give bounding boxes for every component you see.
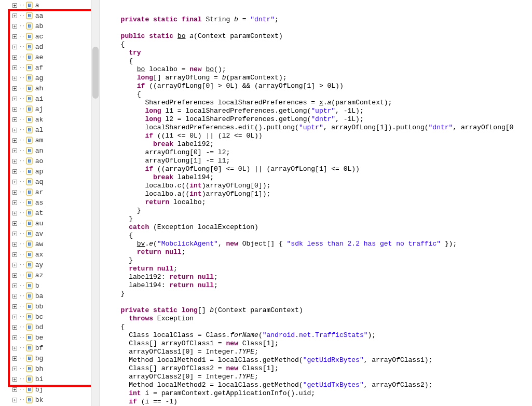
tree-item-am[interactable]: +··Jam (0, 135, 93, 145)
svg-text:J: J (29, 13, 31, 17)
svg-text:J: J (29, 76, 31, 79)
tree-connector: ·· (19, 335, 25, 340)
expander-icon[interactable]: + (12, 252, 17, 257)
expander-icon[interactable]: + (12, 398, 17, 402)
tree-item-label: al (35, 126, 44, 134)
expander-icon[interactable]: + (12, 221, 17, 226)
svg-text:J: J (29, 398, 31, 401)
tree-item-bi[interactable]: +··Jbi (0, 374, 93, 384)
expander-icon[interactable]: + (12, 304, 17, 309)
tree-item-bf[interactable]: +··Jbf (0, 343, 93, 353)
tree-item-al[interactable]: +··Jal (0, 125, 93, 135)
tree-item-az[interactable]: +··Jaz (0, 270, 93, 280)
tree-connector: ·· (19, 314, 25, 319)
package-explorer[interactable]: +··Ja+··Jaa+··Jab+··Jac+··Jad+··Jae+··Ja… (0, 0, 94, 406)
expander-icon[interactable]: + (12, 190, 17, 195)
java-file-icon: J (26, 396, 33, 403)
expander-icon[interactable]: + (12, 356, 17, 361)
tree-item-ak[interactable]: +··Jak (0, 114, 93, 125)
tree-item-ao[interactable]: +··Jao (0, 156, 93, 166)
expander-icon[interactable]: + (12, 273, 17, 278)
expander-icon[interactable]: + (12, 367, 17, 371)
expander-icon[interactable]: + (12, 377, 17, 382)
tree-item-b[interactable]: +··Jb (0, 280, 93, 291)
tree-item-ag[interactable]: +··Jag (0, 73, 93, 83)
tree-item-be[interactable]: +··Jbe (0, 332, 93, 343)
expander-icon[interactable]: + (12, 97, 17, 101)
tree-item-label: am (35, 137, 44, 144)
tree-scrollbar-thumb[interactable] (92, 47, 99, 99)
expander-icon[interactable]: + (12, 159, 17, 164)
tree-item-aj[interactable]: +··Jaj (0, 104, 93, 114)
expander-icon[interactable]: + (12, 148, 17, 153)
tree-item-aa[interactable]: +··Jaa (0, 10, 93, 21)
tree-connector: ·· (19, 356, 25, 361)
expander-icon[interactable]: + (12, 294, 17, 299)
tree-item-af[interactable]: +··Jaf (0, 62, 93, 73)
tree-item-bg[interactable]: +··Jbg (0, 353, 93, 363)
tree-item-bk[interactable]: +··Jbk (0, 395, 93, 405)
tree-item-bb[interactable]: +··Jbb (0, 301, 93, 312)
splitter[interactable] (94, 0, 100, 406)
tree-item-ai[interactable]: +··Jai (0, 93, 93, 104)
tree-connector: ·· (19, 221, 25, 226)
expander-icon[interactable]: + (12, 13, 17, 18)
expander-icon[interactable]: + (12, 242, 17, 247)
expander-icon[interactable]: + (12, 387, 17, 392)
tree-item-aw[interactable]: +··Jaw (0, 239, 93, 249)
expander-icon[interactable]: + (12, 55, 17, 60)
tree-item-ax[interactable]: +··Jax (0, 249, 93, 260)
tree-item-ab[interactable]: +··Jab (0, 21, 93, 31)
tree-item-bj[interactable]: +··Jbj (0, 384, 93, 395)
tree-item-bh[interactable]: +··Jbh (0, 363, 93, 374)
svg-text:J: J (29, 107, 31, 111)
expander-icon[interactable]: + (12, 335, 17, 340)
code-editor[interactable]: private static final String b = "dntr"; … (100, 0, 532, 406)
expander-icon[interactable]: + (12, 107, 17, 112)
expander-icon[interactable]: + (12, 211, 17, 215)
tree-item-an[interactable]: +··Jan (0, 145, 93, 156)
tree-item-bc[interactable]: +··Jbc (0, 312, 93, 322)
tree-item-bd[interactable]: +··Jbd (0, 322, 93, 332)
expander-icon[interactable]: + (12, 283, 17, 288)
expander-icon[interactable]: + (12, 65, 17, 70)
app-root: +··Ja+··Jaa+··Jab+··Jac+··Jad+··Jae+··Ja… (0, 0, 532, 406)
tree-item-as[interactable]: +··Jas (0, 197, 93, 208)
tree-connector: ·· (19, 158, 25, 164)
expander-icon[interactable]: + (12, 232, 17, 236)
tree-item-ah[interactable]: +··Jah (0, 83, 93, 93)
tree-item-ac[interactable]: +··Jac (0, 31, 93, 42)
tree-item-a[interactable]: +··Ja (0, 0, 93, 10)
expander-icon[interactable]: + (12, 200, 17, 205)
tree-item-ay[interactable]: +··Jay (0, 260, 93, 270)
expander-icon[interactable]: + (12, 3, 17, 8)
tree-item-ap[interactable]: +··Jap (0, 166, 93, 177)
expander-icon[interactable]: + (12, 24, 17, 29)
expander-icon[interactable]: + (12, 45, 17, 49)
svg-text:J: J (29, 242, 31, 246)
expander-icon[interactable]: + (12, 263, 17, 267)
tree-item-av[interactable]: +··Jav (0, 228, 93, 239)
expander-icon[interactable]: + (12, 86, 17, 91)
tree-item-at[interactable]: +··Jat (0, 208, 93, 218)
tree-item-ar[interactable]: +··Jar (0, 187, 93, 197)
expander-icon[interactable]: + (12, 117, 17, 122)
tree-item-ae[interactable]: +··Jae (0, 52, 93, 62)
tree-item-aq[interactable]: +··Jaq (0, 177, 93, 187)
expander-icon[interactable]: + (12, 34, 17, 39)
expander-icon[interactable]: + (12, 346, 17, 350)
expander-icon[interactable]: + (12, 315, 17, 319)
tree-item-au[interactable]: +··Jau (0, 218, 93, 228)
expander-icon[interactable]: + (12, 138, 17, 143)
expander-icon[interactable]: + (12, 180, 17, 184)
expander-icon[interactable]: + (12, 128, 17, 132)
tree-item-label: bd (35, 323, 44, 331)
tree-scrollbar[interactable] (91, 0, 100, 406)
tree-item-ba[interactable]: +··Jba (0, 291, 93, 301)
tree-connector: ·· (19, 117, 25, 122)
expander-icon[interactable]: + (12, 325, 17, 330)
tree-item-ad[interactable]: +··Jad (0, 42, 93, 52)
expander-icon[interactable]: + (12, 169, 17, 174)
java-file-icon: J (26, 355, 33, 362)
expander-icon[interactable]: + (12, 76, 17, 80)
